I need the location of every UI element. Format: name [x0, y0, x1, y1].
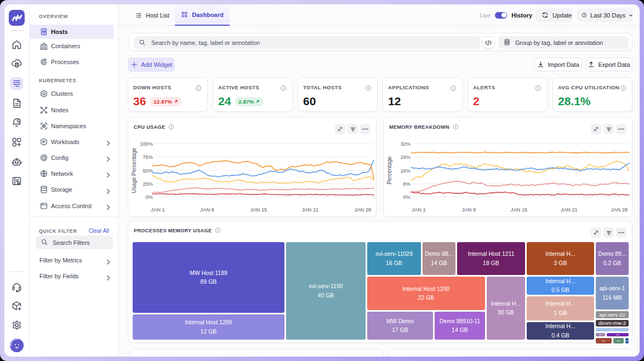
svg-text:JAN 1: JAN 1	[151, 207, 164, 213]
svg-text:8%: 8%	[403, 181, 411, 187]
svg-text:100%: 100%	[140, 141, 153, 147]
svg-text:24%: 24%	[400, 154, 411, 160]
svg-text:JAN 28: JAN 28	[611, 207, 628, 213]
svg-text:JAN 15: JAN 15	[511, 207, 528, 213]
svg-text:16%: 16%	[400, 168, 411, 174]
svg-text:25%: 25%	[143, 181, 153, 187]
svg-text:0%: 0%	[146, 194, 153, 200]
svg-text:JAN 28: JAN 28	[355, 207, 372, 213]
svg-text:75%: 75%	[143, 154, 153, 160]
svg-text:32%: 32%	[400, 141, 411, 147]
svg-text:50%: 50%	[143, 168, 153, 174]
svg-text:JAN 8: JAN 8	[200, 207, 214, 213]
svg-text:0%: 0%	[403, 194, 411, 200]
svg-text:JAN 8: JAN 8	[462, 207, 476, 213]
svg-text:JAN 1: JAN 1	[412, 207, 425, 213]
svg-text:JAN 21: JAN 21	[561, 207, 578, 213]
svg-text:Usage Percentage: Usage Percentage	[131, 147, 137, 193]
svg-text:JAN 15: JAN 15	[250, 207, 267, 213]
svg-text:JAN 21: JAN 21	[302, 207, 319, 213]
svg-text:Percentage: Percentage	[386, 156, 392, 185]
